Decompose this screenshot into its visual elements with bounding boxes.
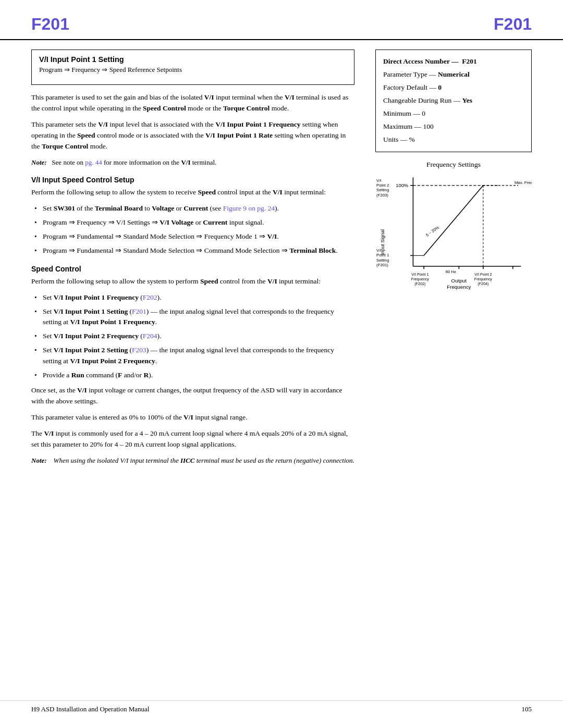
bullet-item: Set V/I Input Point 1 Frequency (F202). (31, 292, 354, 303)
footer-right: 105 (522, 705, 532, 713)
para-7: The V/I input is commonly used for a 4 –… (31, 428, 354, 450)
para-6: This parameter value is entered as 0% to… (31, 412, 354, 423)
bullet-item: Program ⇒ Frequency ⇒ V/I Settings ⇒ V/I… (31, 217, 354, 228)
bullet-list-1: Set SW301 of the Terminal Board to Volta… (31, 203, 354, 256)
bullet-item: Set V/I Input Point 1 Setting (F201) — t… (31, 306, 354, 328)
para-1: This parameter is used to set the gain a… (31, 92, 354, 114)
bullet-list-2: Set V/I Input Point 1 Frequency (F202). … (31, 292, 354, 381)
freq-chart-title: Frequency Settings (375, 161, 532, 169)
bullet-item: Set V/I Input Point 2 Setting (F203) — t… (31, 345, 354, 367)
svg-text:(F202): (F202) (414, 281, 425, 286)
frequency-chart-svg: Input Signal 100% V/I Point 2 Setting (F… (375, 172, 532, 296)
vi-point1-setting-label: V/I (376, 248, 381, 253)
section-title: V/I Input Point 1 Setting (39, 55, 347, 64)
max-freq-label: Max. Freq. (515, 180, 532, 185)
main-section-box: V/I Input Point 1 Setting Program ⇒ Freq… (31, 50, 354, 85)
svg-text:Setting: Setting (376, 257, 389, 262)
svg-line-3 (424, 186, 483, 255)
svg-text:(F204): (F204) (478, 281, 488, 286)
f202-link[interactable]: F202 (143, 293, 157, 301)
bullet-item: Set SW301 of the Terminal Board to Volta… (31, 203, 354, 214)
svg-text:Setting: Setting (376, 188, 389, 192)
svg-text:Frequency: Frequency (411, 277, 430, 281)
bullet-item: Program ⇒ Fundamental ⇒ Standard Mode Se… (31, 245, 354, 256)
breadcrumb-text: Program ⇒ Frequency ⇒ Speed Reference Se… (39, 66, 182, 73)
bullet-item: Set V/I Input Point 2 Frequency (F204). (31, 331, 354, 342)
para-2: This parameter sets the V/I input level … (31, 119, 354, 152)
direct-access: Direct Access Number — F201 (383, 55, 524, 68)
sub-section-title-1: V/I Input Speed Control Setup (31, 176, 354, 184)
100pct-label: 100% (396, 183, 408, 188)
info-box: Direct Access Number — F201 Parameter Ty… (375, 50, 532, 152)
frequency-chart-area: Frequency Settings (375, 161, 532, 298)
changeable-run: Changeable During Run — Yes (383, 94, 524, 107)
bullet-item: Provide a Run command (F and/or R). (31, 370, 354, 381)
sub-section-title-2: Speed Control (31, 265, 354, 273)
units: Units — % (383, 133, 524, 146)
para-4: Perform the following setup to allow the… (31, 276, 354, 287)
f203-link[interactable]: F203 (132, 346, 146, 354)
svg-text:Point 1: Point 1 (376, 253, 389, 257)
figure-link-1[interactable]: Figure 9 on pg. 24 (223, 204, 275, 212)
page-header: F201 F201 (0, 0, 563, 40)
footer-left: H9 ASD Installation and Operation Manual (31, 705, 149, 713)
note-link-1[interactable]: pg. 44 (85, 158, 102, 166)
right-column: Direct Access Number — F201 Parameter Ty… (370, 40, 532, 471)
60hz-label: 60 Hz (446, 269, 456, 274)
breadcrumb: Program ⇒ Frequency ⇒ Speed Reference Se… (39, 66, 347, 74)
f204-link[interactable]: F204 (143, 332, 157, 340)
svg-text:Point 2: Point 2 (376, 183, 389, 188)
page-footer: H9 ASD Installation and Operation Manual… (0, 700, 563, 713)
f202-bottom-label: V/I Point 1 (411, 272, 429, 276)
param-type: Parameter Type — Numerical (383, 68, 524, 81)
minimum: Minimum — 0 (383, 107, 524, 120)
note-1: Note: See note on pg. 44 for more inform… (31, 157, 354, 168)
svg-text:(F201): (F201) (376, 263, 388, 267)
f201-link-1[interactable]: F201 (132, 307, 146, 315)
para-3: Perform the following setup to allow the… (31, 187, 354, 198)
svg-text:Frequency: Frequency (474, 277, 493, 281)
svg-text:Frequency: Frequency (447, 284, 471, 290)
svg-text:(F203): (F203) (376, 192, 388, 197)
left-column: V/I Input Point 1 Setting Program ⇒ Freq… (31, 40, 370, 471)
maximum: Maximum — 100 (383, 120, 524, 133)
content-area: V/I Input Point 1 Setting Program ⇒ Freq… (0, 40, 563, 471)
note-2: Note: When using the isolated V/I input … (31, 455, 354, 466)
x-axis-label: Output (451, 278, 467, 283)
para-5: Once set, as the V/I input voltage or cu… (31, 385, 354, 407)
page-title-right: F201 (494, 15, 532, 34)
page: F201 F201 V/I Input Point 1 Setting Prog… (0, 0, 563, 728)
vi-point2-setting-label: V/I (376, 178, 381, 182)
page-title-left: F201 (31, 15, 69, 34)
bullet-item: Program ⇒ Fundamental ⇒ Standard Mode Se… (31, 231, 354, 242)
factory-default: Factory Default — 0 (383, 81, 524, 94)
ramp-pct-label: 5 ~ 20% (425, 225, 440, 238)
f204-bottom-label: V/I Point 2 (474, 272, 492, 276)
